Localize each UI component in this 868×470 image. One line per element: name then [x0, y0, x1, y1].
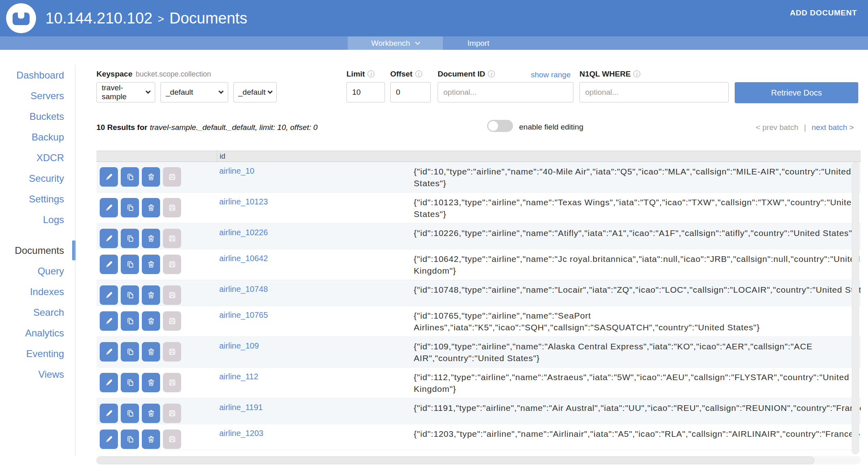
sidebar-item-servers[interactable]: Servers	[0, 85, 64, 106]
sidebar-item-indexes[interactable]: Indexes	[0, 281, 64, 302]
sidebar-item-analytics[interactable]: Analytics	[0, 323, 64, 343]
edit-document-button[interactable]	[100, 198, 118, 217]
save-document-button[interactable]	[163, 229, 181, 248]
n1ql-where-label: N1QL WHEREi	[579, 70, 640, 79]
bucket-select[interactable]: travel-sample	[96, 82, 155, 102]
document-id-link[interactable]: airline_10642	[219, 254, 268, 263]
tab-workbench[interactable]: Workbench	[348, 36, 443, 50]
delete-document-button[interactable]	[142, 285, 160, 305]
copy-document-button[interactable]	[121, 430, 139, 449]
edit-document-button[interactable]	[100, 430, 118, 449]
pencil-icon	[105, 435, 113, 444]
document-id-link[interactable]: airline_10226	[219, 228, 268, 237]
sidebar-item-label: Eventing	[26, 348, 64, 359]
edit-document-button[interactable]	[100, 167, 118, 187]
document-id-link[interactable]: airline_1191	[219, 403, 263, 412]
copy-document-button[interactable]	[121, 311, 139, 331]
sidebar-item-query[interactable]: Query	[0, 261, 64, 281]
edit-document-button[interactable]	[100, 404, 118, 423]
copy-icon	[126, 317, 135, 325]
copy-document-button[interactable]	[121, 229, 139, 248]
document-id-link[interactable]: airline_112	[219, 372, 258, 381]
delete-document-button[interactable]	[142, 404, 160, 423]
delete-document-button[interactable]	[142, 255, 160, 274]
breadcrumb-host: 10.144.210.102	[45, 10, 152, 27]
document-id-link[interactable]: airline_1203	[219, 429, 263, 438]
vertical-scrollbar-thumb[interactable]	[852, 162, 859, 454]
edit-document-button[interactable]	[100, 311, 118, 331]
copy-document-button[interactable]	[121, 373, 139, 392]
sidebar-item-logs[interactable]: Logs	[0, 209, 64, 230]
field-editing-toggle[interactable]	[487, 120, 513, 132]
horizontal-scrollbar-thumb[interactable]	[96, 456, 815, 464]
document-id-link[interactable]: airline_10	[219, 166, 254, 175]
save-document-button[interactable]	[163, 373, 181, 392]
document-id-link[interactable]: airline_10765	[219, 310, 268, 319]
n1ql-where-input[interactable]	[579, 82, 729, 102]
vertical-scrollbar[interactable]	[852, 162, 860, 454]
save-document-button[interactable]	[163, 285, 181, 305]
sidebar-item-security[interactable]: Security	[0, 168, 64, 189]
document-id-link[interactable]: airline_10123	[219, 197, 268, 206]
scope-select[interactable]: _default	[160, 82, 228, 102]
sidebar-item-xdcr[interactable]: XDCR	[0, 147, 64, 168]
info-icon[interactable]: i	[368, 70, 374, 77]
chevron-down-icon	[267, 89, 273, 94]
save-document-button[interactable]	[163, 198, 181, 217]
horizontal-scrollbar[interactable]	[96, 456, 861, 464]
sidebar-item-backup[interactable]: Backup	[0, 127, 64, 147]
prev-batch-button[interactable]: < prev batch	[756, 123, 798, 132]
table-row: airline_10765 {"id":10765,"type":"airlin…	[96, 306, 861, 337]
edit-document-button[interactable]	[100, 255, 118, 274]
next-batch-button[interactable]: next batch >	[812, 123, 854, 132]
copy-document-button[interactable]	[121, 198, 139, 217]
info-icon[interactable]: i	[488, 70, 495, 77]
save-document-button[interactable]	[163, 167, 181, 187]
edit-document-button[interactable]	[100, 285, 118, 305]
edit-document-button[interactable]	[100, 229, 118, 248]
save-document-button[interactable]	[163, 255, 181, 274]
add-document-button[interactable]: ADD DOCUMENT	[790, 9, 857, 17]
delete-document-button[interactable]	[142, 311, 160, 331]
delete-document-button[interactable]	[142, 430, 160, 449]
limit-input[interactable]	[346, 82, 385, 102]
copy-document-button[interactable]	[121, 167, 139, 187]
row-actions	[96, 424, 217, 450]
sidebar-item-label: Documents	[15, 245, 64, 256]
copy-document-button[interactable]	[121, 342, 139, 362]
copy-document-button[interactable]	[121, 285, 139, 305]
sidebar-item-dashboard[interactable]: Dashboard	[0, 65, 64, 85]
copy-document-button[interactable]	[121, 255, 139, 274]
save-document-button[interactable]	[163, 342, 181, 362]
sidebar-item-documents[interactable]: Documents	[0, 240, 64, 261]
sidebar-item-settings[interactable]: Settings	[0, 189, 64, 209]
retrieve-docs-button[interactable]: Retrieve Docs	[735, 82, 858, 103]
delete-document-button[interactable]	[142, 342, 160, 362]
delete-document-button[interactable]	[142, 229, 160, 248]
info-icon[interactable]: i	[633, 70, 640, 77]
edit-document-button[interactable]	[100, 342, 118, 362]
edit-document-button[interactable]	[100, 373, 118, 392]
tab-import[interactable]: Import	[443, 36, 514, 50]
delete-document-button[interactable]	[142, 373, 160, 392]
show-range-link[interactable]: show range	[531, 70, 571, 79]
trash-icon	[147, 203, 156, 212]
row-actions	[96, 249, 217, 280]
sidebar-item-buckets[interactable]: Buckets	[0, 106, 64, 127]
sidebar-item-views[interactable]: Views	[0, 364, 64, 385]
info-icon[interactable]: i	[415, 70, 422, 77]
offset-input[interactable]	[390, 82, 431, 102]
row-actions	[96, 368, 217, 398]
copy-document-button[interactable]	[121, 404, 139, 423]
delete-document-button[interactable]	[142, 167, 160, 187]
document-id-link[interactable]: airline_10748	[219, 285, 268, 293]
sidebar-item-search[interactable]: Search	[0, 302, 64, 323]
save-document-button[interactable]	[163, 404, 181, 423]
sidebar-item-eventing[interactable]: Eventing	[0, 343, 64, 364]
document-id-link[interactable]: airline_109	[219, 341, 259, 350]
save-document-button[interactable]	[163, 311, 181, 331]
save-document-button[interactable]	[163, 430, 181, 449]
document-id-input[interactable]	[438, 82, 573, 102]
collection-select[interactable]: _default	[233, 82, 277, 102]
delete-document-button[interactable]	[142, 198, 160, 217]
